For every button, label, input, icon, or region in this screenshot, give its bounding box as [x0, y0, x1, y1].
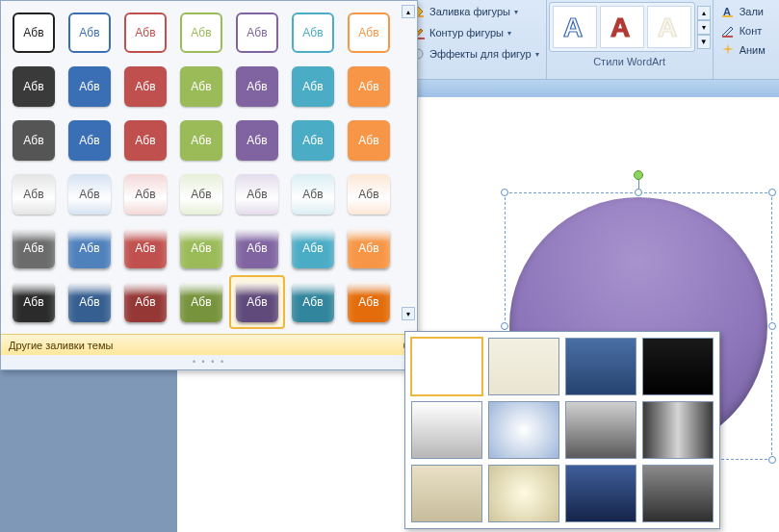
scroll-up-arrow[interactable]: ▴ — [402, 5, 415, 18]
shape-style-swatch[interactable]: Абв — [63, 222, 117, 274]
shape-style-swatch[interactable]: Абв — [286, 61, 340, 113]
shape-style-swatch[interactable]: Абв — [286, 168, 340, 220]
shape-outline-button[interactable]: Контур фигуры ▾ — [407, 23, 542, 42]
shape-style-swatch[interactable]: Абв — [230, 222, 284, 274]
more-theme-fills-button[interactable]: Другие заливки темы ▸ — [1, 334, 417, 355]
shape-style-swatch[interactable]: Абв — [7, 7, 61, 59]
wordart-style-swatch[interactable]: A — [647, 6, 691, 48]
group-label: Стили WordArt — [547, 54, 713, 71]
resize-handle[interactable] — [768, 189, 776, 196]
shape-style-swatch[interactable]: Абв — [7, 114, 61, 166]
theme-fill-swatch[interactable] — [642, 465, 714, 522]
shape-style-swatch[interactable]: Абв — [63, 61, 117, 113]
wordart-style-swatch[interactable]: A — [600, 6, 644, 48]
shape-style-swatch[interactable]: Абв — [342, 276, 396, 328]
shape-style-swatch[interactable]: Абв — [174, 114, 228, 166]
grab-handle[interactable]: • • • • — [1, 355, 417, 369]
theme-fill-swatch[interactable] — [488, 338, 559, 395]
theme-fill-swatch[interactable] — [411, 338, 482, 395]
shape-style-gallery: ▴ ▾ АбвАбвАбвАбвАбвАбвАбвАбвАбвАбвАбвАбв… — [0, 0, 418, 370]
shape-effects-button[interactable]: Эффекты для фигур ▾ — [407, 44, 542, 63]
dropdown-icon: ▾ — [535, 50, 539, 59]
text-anim-button[interactable]: Аним — [717, 40, 768, 60]
theme-fill-swatch[interactable] — [411, 465, 482, 522]
theme-fill-swatch[interactable] — [411, 401, 482, 459]
shape-style-swatch[interactable]: Абв — [174, 222, 228, 274]
dropdown-icon: ▾ — [507, 29, 511, 38]
shape-style-swatch[interactable]: Абв — [342, 222, 396, 274]
shape-style-swatch[interactable]: Абв — [7, 222, 61, 274]
text-fill-button[interactable]: A Зали — [717, 2, 768, 21]
more-theme-fills-label: Другие заливки темы — [9, 340, 113, 351]
resize-handle[interactable] — [768, 322, 776, 330]
shape-style-swatch[interactable]: Абв — [63, 7, 117, 59]
shape-style-swatch[interactable]: Абв — [174, 61, 228, 113]
wordart-style-swatch[interactable]: A — [553, 6, 597, 48]
shape-style-swatch[interactable]: Абв — [63, 114, 117, 166]
shape-style-swatch[interactable]: Абв — [7, 168, 61, 220]
shape-style-swatch[interactable]: Абв — [7, 276, 61, 328]
resize-handle[interactable] — [768, 456, 776, 464]
shape-fill-label: Заливка фигуры — [429, 6, 510, 17]
shape-style-swatch[interactable]: Абв — [118, 61, 172, 113]
resize-handle[interactable] — [635, 189, 642, 196]
theme-fill-swatch[interactable] — [642, 338, 714, 395]
text-outline-button[interactable]: Конт — [717, 21, 768, 40]
shape-effects-label: Эффекты для фигур — [429, 48, 532, 60]
shape-style-swatch[interactable]: Абв — [174, 168, 228, 220]
theme-fill-swatch[interactable] — [642, 401, 714, 459]
text-fill-label: Зали — [740, 6, 764, 17]
shape-style-swatch[interactable]: Абв — [342, 114, 396, 166]
wordart-styles-group: AAA ▴ ▾ ▼ Стили WordArt — [547, 0, 714, 79]
gallery-up-arrow[interactable]: ▴ — [697, 6, 711, 20]
shape-style-swatch[interactable]: Абв — [286, 7, 340, 59]
shape-style-swatch[interactable]: Абв — [7, 61, 61, 113]
shape-style-swatch[interactable]: Абв — [286, 222, 340, 274]
theme-fill-swatch[interactable] — [488, 401, 559, 459]
gallery-down-arrow[interactable]: ▾ — [697, 20, 711, 35]
shape-style-swatch[interactable]: Абв — [286, 114, 340, 166]
shape-style-swatch[interactable]: Абв — [230, 61, 284, 113]
theme-fill-swatch[interactable] — [565, 465, 636, 522]
resize-handle[interactable] — [501, 322, 508, 330]
shape-style-swatch[interactable]: Абв — [230, 168, 284, 220]
shape-style-swatch[interactable]: Абв — [118, 276, 172, 328]
text-format-commands: A Зали Конт Аним — [714, 0, 772, 79]
text-outline-label: Конт — [740, 25, 763, 37]
rotate-handle[interactable] — [634, 170, 643, 180]
theme-fill-swatch[interactable] — [565, 401, 636, 459]
shape-style-swatch[interactable]: Абв — [342, 168, 396, 220]
gallery-more-arrow[interactable]: ▼ — [697, 35, 711, 49]
resize-handle[interactable] — [501, 189, 508, 196]
svg-text:A: A — [658, 13, 677, 42]
wordart-gallery[interactable]: AAA — [549, 2, 695, 52]
shape-style-swatch[interactable]: Абв — [118, 222, 172, 274]
text-fill-icon: A — [720, 4, 736, 19]
shape-style-swatch[interactable]: Абв — [342, 61, 396, 113]
svg-text:A: A — [610, 13, 630, 42]
shape-outline-label: Контур фигуры — [429, 27, 504, 38]
dropdown-icon: ▾ — [514, 8, 518, 16]
shape-style-swatch[interactable]: Абв — [230, 7, 284, 59]
shape-style-swatch[interactable]: Абв — [230, 114, 284, 166]
shape-format-commands: Заливка фигуры ▾ Контур фигуры ▾ Эффекты… — [403, 0, 547, 79]
svg-rect-9 — [722, 36, 733, 38]
shape-style-swatch[interactable]: Абв — [63, 276, 117, 328]
shape-style-swatch[interactable]: Абв — [118, 7, 172, 59]
shape-style-swatch[interactable]: Абв — [118, 168, 172, 220]
scroll-down-arrow[interactable]: ▾ — [402, 307, 415, 320]
shape-style-swatch[interactable]: Абв — [63, 168, 117, 220]
shape-fill-button[interactable]: Заливка фигуры ▾ — [407, 2, 542, 21]
shape-style-swatch[interactable]: Абв — [174, 7, 228, 59]
shape-style-swatch[interactable]: Абв — [118, 114, 172, 166]
svg-text:A: A — [563, 13, 583, 42]
shape-style-swatch[interactable]: Абв — [286, 276, 340, 328]
shape-style-swatch[interactable]: Абв — [230, 276, 284, 328]
theme-fill-gallery — [404, 331, 720, 529]
sparkle-icon — [720, 42, 736, 58]
svg-rect-8 — [722, 15, 733, 17]
theme-fill-swatch[interactable] — [565, 338, 636, 395]
theme-fill-swatch[interactable] — [488, 465, 559, 522]
shape-style-swatch[interactable]: Абв — [342, 7, 396, 59]
shape-style-swatch[interactable]: Абв — [174, 276, 228, 328]
